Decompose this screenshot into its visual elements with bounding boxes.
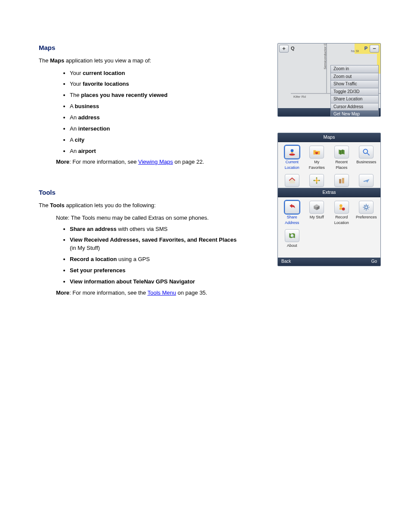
list-item: Your current location	[70, 69, 242, 78]
share-icon	[285, 201, 299, 214]
svg-rect-4	[339, 179, 341, 184]
maps-intro: The Maps application lets you view a map…	[39, 57, 220, 65]
svg-point-0	[290, 149, 293, 152]
magnifier-icon	[359, 146, 374, 159]
person-record-icon	[334, 201, 349, 214]
list-item: An intersection	[70, 125, 242, 133]
grid-recent-places[interactable]: Recent Places	[330, 145, 353, 171]
house-icon	[285, 174, 299, 187]
list-item: View information about TeleNav GPS Navig…	[70, 278, 242, 286]
footer-bar: Back Go	[278, 258, 380, 266]
grid-businesses[interactable]: Businesses	[355, 145, 378, 171]
list-item: A city	[70, 136, 242, 144]
folder-heart-icon	[309, 146, 324, 159]
back-button[interactable]: Back	[281, 258, 291, 265]
list-item: An airport	[70, 147, 242, 156]
tools-list: Share an address with others via SMS Vie…	[70, 225, 242, 286]
svg-point-7	[342, 208, 345, 211]
tools-menu-link[interactable]: Tools Menu	[147, 289, 176, 296]
plus-icon: +	[282, 45, 286, 53]
svg-point-1	[289, 153, 295, 156]
menu-show-traffic[interactable]: Show Traffic	[330, 81, 379, 88]
menu-share-location[interactable]: Share Location	[330, 96, 379, 103]
menu-get-new-map[interactable]: Get New Map	[330, 111, 379, 117]
extras-grid: Share Address My Stuff Record Location P…	[278, 197, 380, 258]
maps-section: Kifer Rd Semiconductor Dr hs St + Q − P …	[39, 43, 381, 166]
grid-record-location[interactable]: Record Location	[330, 200, 353, 227]
list-item: Record a location using a GPS	[70, 255, 242, 264]
viewing-maps-link[interactable]: Viewing Maps	[138, 159, 173, 165]
menu-toggle-2d3d[interactable]: Toggle 2D/3D	[330, 88, 379, 96]
menu-zoom-in[interactable]: Zoom in	[330, 65, 379, 73]
grid-about[interactable]: i About	[280, 228, 304, 249]
menu-zoom-out[interactable]: Zoom out	[330, 73, 379, 81]
grid-my-stuff[interactable]: My Stuff	[305, 200, 329, 227]
svg-point-6	[339, 204, 342, 207]
arrows-cross-icon	[309, 174, 324, 187]
grid-preferences[interactable]: Preferences	[355, 200, 378, 227]
svg-point-8	[365, 206, 368, 209]
road-label-semi: Semiconductor Dr	[323, 43, 328, 69]
zoom-in-button[interactable]: +	[279, 45, 289, 53]
list-item: View Received Addresses, saved Favorites…	[70, 236, 242, 252]
extras-grid-screenshot: Extras Share Address My Stuff Record Loc…	[277, 188, 381, 266]
road-label-kifer: Kifer Rd	[293, 94, 306, 100]
svg-rect-5	[342, 178, 344, 184]
list-item: Your favorite locations	[70, 80, 242, 88]
buildings-icon	[334, 174, 349, 187]
map-screenshot: Kifer Rd Semiconductor Dr hs St + Q − P …	[277, 43, 381, 117]
minus-icon: −	[373, 45, 376, 53]
box-icon	[309, 201, 324, 214]
map-area[interactable]: Kifer Rd Semiconductor Dr hs St + Q − P …	[278, 44, 380, 108]
maps-list: Your current location Your favorite loca…	[70, 69, 242, 156]
list-item: A business	[70, 103, 242, 111]
titlebar-maps: Maps	[278, 133, 380, 142]
grid-current-location[interactable]: Current Location	[280, 145, 304, 171]
titlebar-extras: Extras	[278, 188, 380, 197]
q-label: Q	[291, 45, 295, 52]
list-item: The places you have recently viewed	[70, 91, 242, 100]
zoom-out-button[interactable]: −	[370, 45, 379, 53]
tools-section: Extras Share Address My Stuff Record Loc…	[39, 188, 381, 297]
list-item: Set your preferences	[70, 267, 242, 275]
grid-my-favorites[interactable]: My Favorites	[305, 145, 329, 171]
gear-icon	[359, 201, 374, 214]
context-menu: Zoom in Zoom out Show Traffic Toggle 2D/…	[330, 65, 379, 117]
person-pin-icon	[285, 146, 299, 159]
info-map-icon: i	[285, 229, 299, 242]
svg-point-2	[364, 149, 368, 153]
airplane-icon	[359, 174, 374, 187]
go-button[interactable]: Go	[371, 258, 377, 265]
menu-cursor-address[interactable]: Cursor Address	[330, 103, 379, 111]
map-fold-icon	[334, 146, 349, 159]
tools-intro: The Tools application lets you do the fo…	[39, 202, 220, 210]
p-label: P	[364, 45, 367, 52]
tools-note: Note: The Tools menu may be called Extra…	[56, 214, 237, 222]
list-item: Share an address with others via SMS	[70, 225, 242, 233]
svg-line-3	[367, 153, 370, 155]
road-label-hs: hs St	[351, 49, 359, 54]
tools-more: More: For more information, see the Tool…	[56, 289, 381, 297]
list-item: An address	[70, 114, 242, 122]
grid-share-address[interactable]: Share Address	[280, 200, 304, 227]
